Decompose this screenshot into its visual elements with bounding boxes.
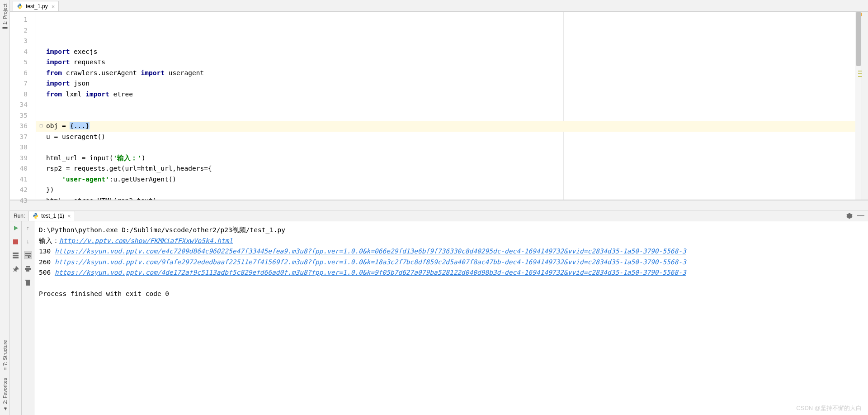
tool-window-favorites[interactable]: ★ 2: Favorites [1,374,9,415]
gear-icon[interactable] [846,213,853,219]
folder-icon: ▬ [2,26,8,32]
close-icon[interactable]: × [52,3,55,10]
run-config-tab[interactable]: test_1 (1) × [28,211,75,221]
watermark: CSDN @坚持不懈的大白 [796,404,862,412]
svg-rect-4 [26,266,30,267]
console-link[interactable]: https://ksyun.vod.pptv.com/9fafe2972eded… [55,258,686,266]
code-content[interactable]: import execjs import requests from crawl… [36,12,855,200]
run-panel-header: Run: test_1 (1) × — [10,210,868,221]
console-output[interactable]: D:\Python\python.exe D:/Sublime/vscode/o… [34,221,868,415]
tool-window-project[interactable]: ▬ 1: Project [1,0,9,35]
run-left-toolbar-2: ↑ ↓ [22,221,34,415]
pin-button[interactable] [12,265,20,273]
right-gutter [862,12,868,200]
console-link[interactable]: https://ksyun.vod.pptv.com/e4c7209d864c9… [55,248,686,255]
run-left-toolbar [10,221,22,415]
layout-button[interactable] [12,251,20,259]
editor-tab-bar: test_1.py × [10,0,868,12]
svg-rect-0 [13,239,18,244]
editor-tab[interactable]: test_1.py × [13,1,59,11]
stop-button[interactable] [12,238,20,246]
svg-rect-2 [13,255,19,256]
delete-button[interactable] [24,278,32,286]
editor-tab-title: test_1.py [26,3,48,10]
svg-rect-6 [26,270,29,272]
star-icon: ★ [2,405,8,411]
run-config-title: test_1 (1) [41,213,64,219]
left-tool-strip: ▬ 1: Project ≡ 7: Structure ★ 2: Favorit… [0,0,10,415]
fold-toggle-icon[interactable]: ⊟ [39,121,43,132]
python-file-icon [33,213,39,219]
close-icon[interactable]: × [67,213,71,219]
breadcrumb-bar [10,200,868,210]
svg-rect-8 [25,280,30,281]
down-button[interactable]: ↓ [24,238,32,246]
tool-window-label: 2: Favorites [2,378,8,404]
editor-scrollbar[interactable] [855,12,862,200]
svg-rect-7 [26,281,30,286]
svg-rect-3 [13,257,19,258]
console-link[interactable]: http://v.pptv.com/show/FKMKiafFXxwVo5k4.… [59,237,233,244]
code-editor[interactable]: 1234567834353637383940414243 import exec… [10,12,868,200]
warning-marker[interactable] [858,73,862,74]
run-label: Run: [14,213,25,219]
run-panel: Run: test_1 (1) × — [10,210,868,415]
up-button[interactable]: ↑ [24,224,32,232]
minimize-icon[interactable]: — [857,213,864,219]
soft-wrap-button[interactable] [24,251,32,259]
scrollbar-thumb[interactable] [856,12,861,66]
rerun-button[interactable] [12,224,20,232]
tool-window-label: 1: Project [2,4,8,24]
tool-window-structure[interactable]: ≡ 7: Structure [1,336,9,374]
warning-marker[interactable] [858,76,862,77]
structure-icon: ≡ [2,367,8,370]
tool-window-label: 7: Structure [2,340,8,366]
python-file-icon [17,3,23,10]
print-button[interactable] [24,265,32,273]
svg-rect-1 [13,253,19,254]
line-gutter: 1234567834353637383940414243 [10,12,36,200]
console-link[interactable]: https://ksyun.vod.pptv.com/4de172af9c511… [55,269,686,276]
warning-marker[interactable] [858,71,862,72]
